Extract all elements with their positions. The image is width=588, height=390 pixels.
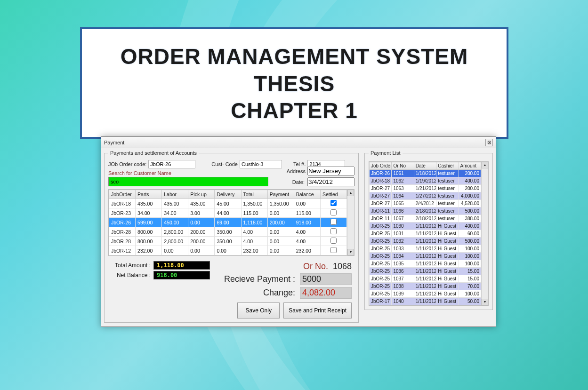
accounts-fieldset: Payments and settlement of Accounts JOb … <box>104 150 359 323</box>
receive-payment-input[interactable]: 5000 <box>300 273 352 285</box>
save-only-button[interactable]: Save Only <box>237 302 280 318</box>
orders-grid[interactable]: JobOrderPartsLaborPick upDeliveryTotalPa… <box>108 189 354 256</box>
plist-header[interactable]: Amount <box>459 162 481 170</box>
scroll-up-icon[interactable]: ▴ <box>482 162 488 168</box>
address-label-real: Address <box>287 168 306 174</box>
table-row[interactable]: JbOR-2510301/11/2012Hi Guest400.00 <box>370 223 481 230</box>
orders-header[interactable]: Parts <box>136 190 162 199</box>
table-row[interactable]: JbOR-26599.00450.000.0069.001,118.00200.… <box>109 218 347 227</box>
table-row[interactable]: JbOR-1810621/19/2012testuser400.00 <box>370 177 481 185</box>
scroll-up-icon[interactable]: ▴ <box>347 190 354 196</box>
plist-header[interactable]: Job Order <box>370 162 392 170</box>
payment-list-grid[interactable]: Job OrderOr NoDateCashierAmount JbOR-261… <box>369 161 489 306</box>
plist-header[interactable]: Or No <box>392 162 414 170</box>
window-title: Payment <box>104 137 124 148</box>
table-row[interactable]: JbOR-28800.002,800.00200.00350.004.000.0… <box>109 237 347 246</box>
table-row[interactable]: JbOR-2510381/11/2012Hi Guest70.00 <box>370 283 481 290</box>
payment-window: Payment ⊠ Payments and settlement of Acc… <box>101 136 496 327</box>
settled-checkbox[interactable] <box>330 228 337 234</box>
scroll-down-icon[interactable]: ▾ <box>482 299 488 305</box>
orders-header[interactable]: Total <box>241 190 267 199</box>
date-input[interactable] <box>307 177 354 186</box>
cust-code-input[interactable] <box>240 160 282 168</box>
save-print-button[interactable]: Save and Print Receipt <box>283 302 352 318</box>
payment-list-legend: Payment List <box>369 150 403 156</box>
change-label: Change: <box>263 288 295 298</box>
accounts-legend: Payments and settlement of Accounts <box>108 150 199 156</box>
orders-header[interactable]: Balance <box>294 190 320 199</box>
cust-code-label: Cust- Code <box>211 161 238 167</box>
table-row[interactable]: JbOR-2510391/11/2012Hi Guest100.00 <box>370 290 481 298</box>
title-card: ORDER MANAGEMENT SYSTEM THESIS CHAPTER 1 <box>80 27 508 139</box>
scroll-down-icon[interactable]: ▾ <box>347 249 354 255</box>
or-no-label: Or No. <box>303 262 328 271</box>
orders-header[interactable]: Settled <box>320 190 346 199</box>
table-row[interactable]: JbOR-2710652/4/2012testuser4,528.00 <box>370 200 481 207</box>
title-line2: CHAPTER 1 <box>231 98 358 123</box>
table-row[interactable]: JbOR-2610611/18/2012testuser200.00 <box>370 170 481 177</box>
job-order-code-input[interactable] <box>148 160 195 168</box>
table-row[interactable]: JbOR-12232.000.000.000.00232.000.00232.0… <box>109 246 347 255</box>
table-row[interactable]: JbOR-2510361/11/2012Hi Guest15.00 <box>370 268 481 275</box>
orders-header[interactable]: JobOrder <box>109 190 136 199</box>
total-amount-label: Total Amount : <box>108 262 151 269</box>
job-order-code-label: JOb Order code: <box>108 161 146 167</box>
settled-checkbox[interactable] <box>330 219 337 225</box>
table-row[interactable]: JbOR-1110662/18/2012testuser500.00 <box>370 207 481 215</box>
date-label: Date: <box>292 179 305 185</box>
change-value: 4,082.00 <box>300 287 352 299</box>
close-icon[interactable]: ⊠ <box>485 139 493 146</box>
tel-label: Tel #. <box>293 161 306 167</box>
plist-header[interactable]: Date <box>414 162 436 170</box>
table-row[interactable]: JbOR-18435.00435.00435.0045.001,350.001,… <box>109 199 347 208</box>
settled-checkbox[interactable] <box>330 238 337 244</box>
orders-header[interactable]: Payment <box>267 190 294 199</box>
orders-header[interactable]: Delivery <box>215 190 241 199</box>
table-row[interactable]: JbOR-2510371/11/2012Hi Guest15.00 <box>370 275 481 283</box>
table-row[interactable]: JbOR-1710401/11/2012Hi Guest50.00 <box>370 298 481 305</box>
total-amount-value: 1,118.00 <box>153 261 210 270</box>
receive-payment-label: Recieve Payment : <box>224 274 295 284</box>
orders-header[interactable]: Labor <box>162 190 188 199</box>
orders-header[interactable]: Pick up <box>188 190 215 199</box>
table-row[interactable]: JbOR-2510321/11/2012Hi Guest500.00 <box>370 238 481 245</box>
title-line1: ORDER MANAGEMENT SYSTEM THESIS <box>121 44 468 96</box>
settled-checkbox[interactable] <box>330 247 337 253</box>
table-row[interactable]: JbOR-1110672/18/2012testuser388.00 <box>370 215 481 223</box>
address-input-real[interactable] <box>307 167 354 175</box>
settled-checkbox[interactable] <box>330 200 337 206</box>
page-title: ORDER MANAGEMENT SYSTEM THESIS CHAPTER 1 <box>91 43 497 125</box>
net-balance-value: 918.00 <box>153 271 210 279</box>
payment-list-fieldset: Payment List Job OrderOr NoDateCashierAm… <box>364 150 493 310</box>
table-row[interactable]: JbOR-2710641/27/2012testuser4,000.00 <box>370 192 481 200</box>
or-no-value: 1068 <box>333 262 352 271</box>
table-row[interactable]: JbOR-2510331/11/2012Hi Guest100.00 <box>370 245 481 253</box>
orders-scrollbar[interactable]: ▴ ▾ <box>347 190 354 255</box>
table-row[interactable]: JbOR-2510311/11/2012Hi Guest60.00 <box>370 230 481 238</box>
table-row[interactable]: JbOR-28800.002,800.00200.00350.004.000.0… <box>109 227 347 237</box>
search-input[interactable] <box>108 177 268 186</box>
table-row[interactable]: JbOR-2510351/11/2012Hi Guest100.00 <box>370 260 481 268</box>
table-row[interactable]: JbOR-2334.0034.003.0044.00115.000.00115.… <box>109 208 347 218</box>
table-row[interactable]: JbOR-2710631/21/2012testuser200.00 <box>370 185 481 192</box>
settled-checkbox[interactable] <box>330 209 337 215</box>
window-titlebar[interactable]: Payment ⊠ <box>101 137 496 148</box>
plist-header[interactable]: Cashier <box>436 162 459 170</box>
table-row[interactable]: JbOR-2510341/11/2012Hi Guest100.00 <box>370 253 481 260</box>
net-balance-label: Net Balance : <box>108 272 151 279</box>
plist-scrollbar[interactable]: ▴ ▾ <box>481 162 488 305</box>
